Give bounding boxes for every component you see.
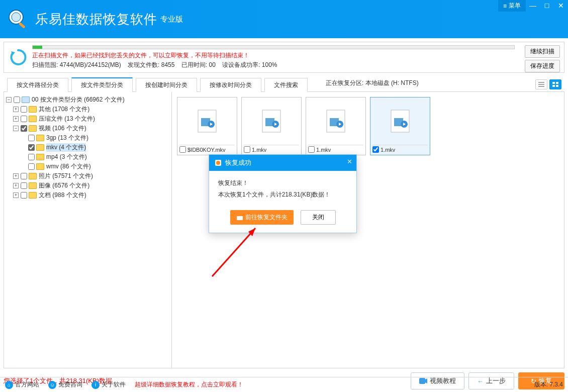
file-checkbox[interactable] (308, 146, 315, 153)
app-subtitle: 专业版 (160, 15, 183, 24)
tree-label[interactable]: 文档 (988 个文件) (39, 191, 86, 200)
tree-label[interactable]: 其他 (1708 个文件) (39, 105, 89, 114)
svg-rect-22 (237, 216, 243, 220)
official-site-link[interactable]: ⌂ 官方网站 (5, 380, 39, 389)
tab-by-created[interactable]: 按创建时间分类 (136, 78, 197, 92)
video-file-icon (197, 109, 217, 133)
video-file-icon (326, 109, 346, 133)
folder-icon (29, 182, 37, 189)
free-consult-link[interactable]: ☺ 免费咨询 (48, 380, 82, 389)
tree-checkbox[interactable] (21, 125, 27, 132)
tree-item-photo[interactable]: + 照片 (57571 个文件) (6, 171, 169, 181)
dialog-title-text: 恢复成功 (225, 158, 251, 167)
list-view-button[interactable] (535, 79, 547, 89)
tree-label[interactable]: mp4 (3 个文件) (46, 153, 87, 161)
folder-open-icon (236, 215, 243, 221)
tree-item-doc[interactable]: + 文档 (988 个文件) (6, 190, 169, 200)
tree-checkbox[interactable] (21, 106, 27, 113)
svg-rect-5 (556, 82, 558, 84)
dialog-close-btn[interactable]: 关闭 (301, 210, 336, 225)
file-checkbox[interactable] (179, 146, 186, 153)
tree-checkbox[interactable] (28, 154, 35, 160)
dialog-titlebar[interactable]: 恢复成功 ✕ (209, 155, 356, 171)
expand-icon[interactable]: + (13, 192, 19, 198)
tree-checkbox[interactable] (28, 135, 35, 141)
tree-item-other[interactable]: + 其他 (1708 个文件) (6, 105, 169, 114)
tree-item-wmv[interactable]: wmv (86 个文件) (6, 162, 169, 171)
file-card[interactable]: 1.mkv (370, 97, 430, 155)
app-title: 乐易佳数据恢复软件 (35, 11, 157, 28)
home-icon: ⌂ (5, 381, 13, 389)
continue-scan-button[interactable]: 继续扫描 (525, 45, 560, 58)
folder-icon (29, 116, 37, 122)
refresh-icon (8, 47, 28, 67)
file-card[interactable]: 1.mkv (306, 97, 366, 155)
tree-checkbox[interactable] (28, 144, 35, 151)
tree-item-3gp[interactable]: 3gp (13 个文件) (6, 133, 169, 143)
file-checkbox[interactable] (244, 146, 250, 153)
footer: ⌂ 官方网站 ☺ 免费咨询 i 关于软件 超级详细数据恢复教程，点击立即观看！ … (0, 377, 568, 392)
footer-promo-link[interactable]: 超级详细数据恢复教程，点击立即观看！ (135, 380, 243, 389)
folder-icon (29, 173, 37, 179)
tree-label[interactable]: 压缩文件 (13 个文件) (39, 115, 95, 123)
scan-hint: 正在扫描文件，如果已经找到您丢失的文件，可以立即恢复，不用等待扫描结束！ (32, 51, 560, 60)
tree-item-image[interactable]: + 图像 (6576 个文件) (6, 181, 169, 190)
goto-folder-button[interactable]: 前往恢复文件夹 (230, 210, 294, 225)
folder-icon (36, 163, 44, 170)
file-card[interactable]: 1.mkv (241, 97, 302, 155)
about-link[interactable]: i 关于软件 (91, 380, 126, 389)
dialog-actions: 前往恢复文件夹 关闭 (209, 207, 356, 233)
tree-checkbox[interactable] (28, 163, 35, 170)
maximize-button[interactable]: □ (540, 0, 554, 11)
tree-label[interactable]: wmv (86 个文件) (46, 162, 91, 171)
svg-point-21 (216, 161, 220, 165)
tree-root[interactable]: − 00 按文件类型分类 (66962 个文件) (6, 95, 169, 105)
tree-label[interactable]: 3gp (13 个文件) (46, 134, 88, 142)
tree-checkbox[interactable] (21, 182, 27, 189)
save-progress-button[interactable]: 保存进度 (525, 60, 560, 72)
expand-icon[interactable]: + (13, 173, 19, 179)
grid-view-button[interactable] (549, 79, 561, 89)
tree-checkbox[interactable] (14, 96, 20, 103)
expand-icon[interactable]: + (13, 116, 19, 122)
collapse-icon[interactable]: − (13, 126, 19, 131)
tree-item-mkv[interactable]: mkv (4 个文件) (6, 143, 169, 152)
tab-by-modified[interactable]: 按修改时间分类 (200, 78, 261, 92)
tree-item-video[interactable]: − 视频 (106 个文件) (6, 124, 169, 133)
close-button[interactable]: ✕ (554, 0, 568, 11)
file-thumb (372, 100, 428, 143)
expand-icon[interactable]: + (13, 107, 19, 112)
tree-checkbox[interactable] (21, 173, 27, 179)
tree-item-zip[interactable]: + 压缩文件 (13 个文件) (6, 114, 169, 124)
file-name: $IDB0KOY.mkv (187, 147, 235, 153)
video-file-icon (261, 109, 281, 133)
tree-checkbox[interactable] (21, 116, 27, 122)
svg-rect-7 (556, 85, 558, 87)
svg-point-1 (12, 13, 21, 22)
dialog-close-button[interactable]: ✕ (347, 158, 352, 165)
tree-item-mp4[interactable]: mp4 (3 个文件) (6, 152, 169, 162)
tree-label[interactable]: 视频 (106 个文件) (39, 124, 86, 133)
tree-label[interactable]: 图像 (6576 个文件) (39, 181, 89, 190)
svg-rect-2 (19, 22, 26, 29)
tree-pane: − 00 按文件类型分类 (66962 个文件) + 其他 (1708 个文件)… (4, 92, 172, 368)
minimize-button[interactable]: — (526, 0, 540, 11)
grid-icon (552, 81, 559, 87)
tab-by-type[interactable]: 按文件类型分类 (71, 77, 133, 92)
version-label: 版本: 7.3.4 (534, 380, 563, 389)
tree-label[interactable]: 照片 (57571 个文件) (39, 172, 93, 180)
tab-search[interactable]: 文件搜索 (264, 78, 308, 92)
tree-label[interactable]: mkv (4 个文件) (46, 143, 86, 152)
file-checkbox[interactable] (372, 146, 379, 153)
tab-row: 按文件路径分类 按文件类型分类 按创建时间分类 按修改时间分类 文件搜索 正在恢… (4, 77, 564, 92)
tree-checkbox[interactable] (21, 192, 27, 199)
recovery-success-dialog: 恢复成功 ✕ 恢复结束！ 本次恢复1个文件，共计218.31(KB)数据！ 前往… (209, 154, 357, 233)
collapse-icon[interactable]: − (6, 97, 12, 103)
file-card[interactable]: $IDB0KOY.mkv (177, 97, 237, 155)
dialog-body: 恢复结束！ 本次恢复1个文件，共计218.31(KB)数据！ (209, 171, 356, 207)
tree-label[interactable]: 00 按文件类型分类 (66962 个文件) (32, 95, 125, 104)
tab-by-path[interactable]: 按文件路径分类 (7, 78, 68, 92)
menu-button[interactable]: ≡ 菜单 (498, 0, 526, 12)
dialog-line1: 恢复结束！ (218, 179, 347, 187)
expand-icon[interactable]: + (13, 183, 19, 188)
